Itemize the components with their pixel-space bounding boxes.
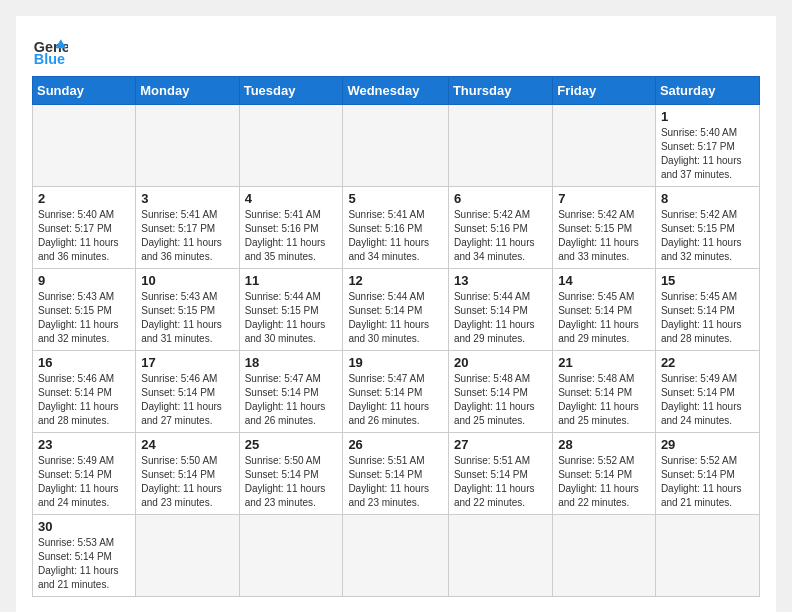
day-number: 10 (141, 273, 233, 288)
calendar-week-row: 23Sunrise: 5:49 AM Sunset: 5:14 PM Dayli… (33, 433, 760, 515)
calendar-cell: 2Sunrise: 5:40 AM Sunset: 5:17 PM Daylig… (33, 187, 136, 269)
cell-info: Sunrise: 5:53 AM Sunset: 5:14 PM Dayligh… (38, 536, 130, 592)
day-number: 14 (558, 273, 650, 288)
calendar-header-row: SundayMondayTuesdayWednesdayThursdayFrid… (33, 77, 760, 105)
day-number: 25 (245, 437, 338, 452)
day-number: 22 (661, 355, 754, 370)
day-number: 9 (38, 273, 130, 288)
logo-icon: General Blue (32, 32, 68, 68)
cell-info: Sunrise: 5:47 AM Sunset: 5:14 PM Dayligh… (348, 372, 443, 428)
day-number: 7 (558, 191, 650, 206)
day-number: 6 (454, 191, 547, 206)
cell-info: Sunrise: 5:44 AM Sunset: 5:14 PM Dayligh… (454, 290, 547, 346)
cell-info: Sunrise: 5:44 AM Sunset: 5:14 PM Dayligh… (348, 290, 443, 346)
cell-info: Sunrise: 5:48 AM Sunset: 5:14 PM Dayligh… (454, 372, 547, 428)
cell-info: Sunrise: 5:40 AM Sunset: 5:17 PM Dayligh… (38, 208, 130, 264)
day-number: 2 (38, 191, 130, 206)
calendar-cell (343, 515, 449, 597)
day-number: 3 (141, 191, 233, 206)
day-number: 20 (454, 355, 547, 370)
svg-text:Blue: Blue (34, 51, 65, 67)
calendar-cell: 24Sunrise: 5:50 AM Sunset: 5:14 PM Dayli… (136, 433, 239, 515)
cell-info: Sunrise: 5:52 AM Sunset: 5:14 PM Dayligh… (558, 454, 650, 510)
calendar-cell: 14Sunrise: 5:45 AM Sunset: 5:14 PM Dayli… (553, 269, 656, 351)
day-number: 21 (558, 355, 650, 370)
logo: General Blue (32, 32, 68, 68)
cell-info: Sunrise: 5:51 AM Sunset: 5:14 PM Dayligh… (348, 454, 443, 510)
day-number: 18 (245, 355, 338, 370)
calendar-cell: 26Sunrise: 5:51 AM Sunset: 5:14 PM Dayli… (343, 433, 449, 515)
cell-info: Sunrise: 5:52 AM Sunset: 5:14 PM Dayligh… (661, 454, 754, 510)
calendar-cell: 22Sunrise: 5:49 AM Sunset: 5:14 PM Dayli… (655, 351, 759, 433)
day-number: 30 (38, 519, 130, 534)
calendar-cell (655, 515, 759, 597)
day-number: 23 (38, 437, 130, 452)
cell-info: Sunrise: 5:51 AM Sunset: 5:14 PM Dayligh… (454, 454, 547, 510)
calendar-cell: 17Sunrise: 5:46 AM Sunset: 5:14 PM Dayli… (136, 351, 239, 433)
day-number: 19 (348, 355, 443, 370)
calendar-cell: 28Sunrise: 5:52 AM Sunset: 5:14 PM Dayli… (553, 433, 656, 515)
calendar-table: SundayMondayTuesdayWednesdayThursdayFrid… (32, 76, 760, 597)
calendar-cell (448, 515, 552, 597)
cell-info: Sunrise: 5:46 AM Sunset: 5:14 PM Dayligh… (141, 372, 233, 428)
calendar-cell: 3Sunrise: 5:41 AM Sunset: 5:17 PM Daylig… (136, 187, 239, 269)
calendar-week-row: 16Sunrise: 5:46 AM Sunset: 5:14 PM Dayli… (33, 351, 760, 433)
cell-info: Sunrise: 5:42 AM Sunset: 5:16 PM Dayligh… (454, 208, 547, 264)
calendar-cell (136, 515, 239, 597)
calendar-cell (136, 105, 239, 187)
cell-info: Sunrise: 5:50 AM Sunset: 5:14 PM Dayligh… (245, 454, 338, 510)
calendar-cell (553, 515, 656, 597)
cell-info: Sunrise: 5:40 AM Sunset: 5:17 PM Dayligh… (661, 126, 754, 182)
day-number: 28 (558, 437, 650, 452)
cell-info: Sunrise: 5:41 AM Sunset: 5:16 PM Dayligh… (348, 208, 443, 264)
calendar-week-row: 1Sunrise: 5:40 AM Sunset: 5:17 PM Daylig… (33, 105, 760, 187)
cell-info: Sunrise: 5:47 AM Sunset: 5:14 PM Dayligh… (245, 372, 338, 428)
calendar-week-row: 30Sunrise: 5:53 AM Sunset: 5:14 PM Dayli… (33, 515, 760, 597)
cell-info: Sunrise: 5:46 AM Sunset: 5:14 PM Dayligh… (38, 372, 130, 428)
calendar-cell: 16Sunrise: 5:46 AM Sunset: 5:14 PM Dayli… (33, 351, 136, 433)
cell-info: Sunrise: 5:41 AM Sunset: 5:17 PM Dayligh… (141, 208, 233, 264)
day-number: 12 (348, 273, 443, 288)
calendar-cell (448, 105, 552, 187)
calendar-day-header: Wednesday (343, 77, 449, 105)
calendar-day-header: Friday (553, 77, 656, 105)
day-number: 15 (661, 273, 754, 288)
calendar-day-header: Monday (136, 77, 239, 105)
calendar-cell: 19Sunrise: 5:47 AM Sunset: 5:14 PM Dayli… (343, 351, 449, 433)
calendar-cell: 8Sunrise: 5:42 AM Sunset: 5:15 PM Daylig… (655, 187, 759, 269)
day-number: 26 (348, 437, 443, 452)
cell-info: Sunrise: 5:44 AM Sunset: 5:15 PM Dayligh… (245, 290, 338, 346)
day-number: 1 (661, 109, 754, 124)
calendar-cell: 15Sunrise: 5:45 AM Sunset: 5:14 PM Dayli… (655, 269, 759, 351)
calendar-cell: 27Sunrise: 5:51 AM Sunset: 5:14 PM Dayli… (448, 433, 552, 515)
cell-info: Sunrise: 5:49 AM Sunset: 5:14 PM Dayligh… (661, 372, 754, 428)
calendar-cell: 11Sunrise: 5:44 AM Sunset: 5:15 PM Dayli… (239, 269, 343, 351)
calendar-cell (33, 105, 136, 187)
cell-info: Sunrise: 5:42 AM Sunset: 5:15 PM Dayligh… (661, 208, 754, 264)
day-number: 8 (661, 191, 754, 206)
calendar-cell: 30Sunrise: 5:53 AM Sunset: 5:14 PM Dayli… (33, 515, 136, 597)
calendar-week-row: 9Sunrise: 5:43 AM Sunset: 5:15 PM Daylig… (33, 269, 760, 351)
calendar-cell (343, 105, 449, 187)
cell-info: Sunrise: 5:49 AM Sunset: 5:14 PM Dayligh… (38, 454, 130, 510)
calendar-cell: 13Sunrise: 5:44 AM Sunset: 5:14 PM Dayli… (448, 269, 552, 351)
cell-info: Sunrise: 5:45 AM Sunset: 5:14 PM Dayligh… (558, 290, 650, 346)
cell-info: Sunrise: 5:43 AM Sunset: 5:15 PM Dayligh… (38, 290, 130, 346)
day-number: 24 (141, 437, 233, 452)
cell-info: Sunrise: 5:50 AM Sunset: 5:14 PM Dayligh… (141, 454, 233, 510)
day-number: 16 (38, 355, 130, 370)
calendar-cell: 25Sunrise: 5:50 AM Sunset: 5:14 PM Dayli… (239, 433, 343, 515)
calendar-cell: 7Sunrise: 5:42 AM Sunset: 5:15 PM Daylig… (553, 187, 656, 269)
calendar-cell: 29Sunrise: 5:52 AM Sunset: 5:14 PM Dayli… (655, 433, 759, 515)
calendar-cell: 18Sunrise: 5:47 AM Sunset: 5:14 PM Dayli… (239, 351, 343, 433)
calendar-cell (553, 105, 656, 187)
cell-info: Sunrise: 5:48 AM Sunset: 5:14 PM Dayligh… (558, 372, 650, 428)
calendar-day-header: Saturday (655, 77, 759, 105)
calendar-cell: 4Sunrise: 5:41 AM Sunset: 5:16 PM Daylig… (239, 187, 343, 269)
cell-info: Sunrise: 5:43 AM Sunset: 5:15 PM Dayligh… (141, 290, 233, 346)
cell-info: Sunrise: 5:42 AM Sunset: 5:15 PM Dayligh… (558, 208, 650, 264)
page: General Blue SundayMondayTuesdayWednesda… (16, 16, 776, 612)
calendar-day-header: Tuesday (239, 77, 343, 105)
calendar-cell (239, 515, 343, 597)
calendar-cell: 6Sunrise: 5:42 AM Sunset: 5:16 PM Daylig… (448, 187, 552, 269)
